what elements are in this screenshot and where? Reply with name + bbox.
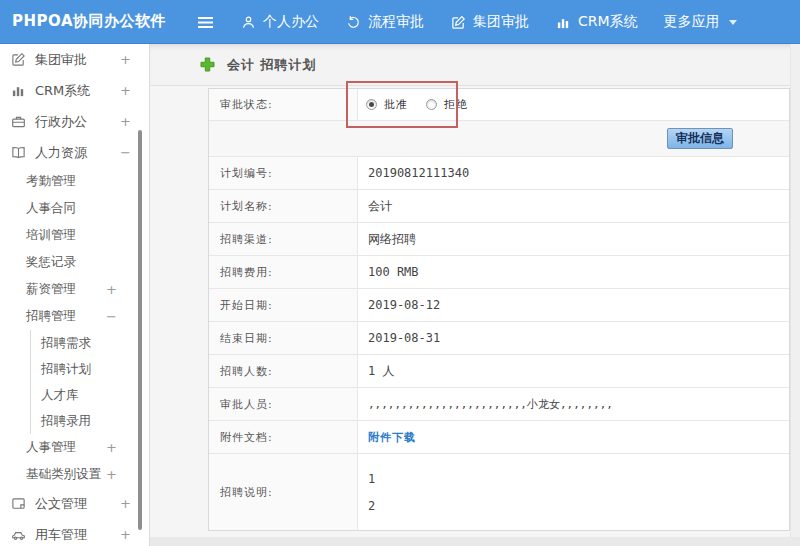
briefcase-icon: [10, 114, 26, 129]
nav-personal-office[interactable]: 个人办公: [240, 13, 319, 31]
sidebar-item-crm[interactable]: CRM系统 +: [0, 75, 149, 106]
chevron-down-icon: [729, 20, 737, 25]
nav-label: 流程审批: [368, 13, 424, 31]
field-label: 结束日期:: [209, 322, 358, 354]
form-row-approvers: 审批人员: ,,,,,,,,,,,,,,,,,,,,,,,,小龙女,,,,,,,…: [209, 388, 789, 421]
sidebar-item-label: 招聘录用: [41, 413, 91, 430]
field-value: 网络招聘: [358, 223, 789, 255]
field-value: 1 人: [358, 355, 789, 387]
sidebar-item-salary[interactable]: 薪资管理 +: [0, 276, 149, 303]
field-label: 审批状态:: [209, 89, 358, 120]
field-label: 开始日期:: [209, 289, 358, 321]
field-label: 招聘说明:: [209, 454, 358, 530]
top-navigation: 个人办公 流程审批 集团审批 CRM系统 更多应用: [197, 0, 737, 44]
top-header: PHPOA协同办公软件 个人办公 流程审批 集团审批 CR: [0, 0, 800, 44]
field-label: 招聘渠道:: [209, 223, 358, 255]
form-row-attachment: 附件文档: 附件下载: [209, 421, 789, 454]
main-content: 会计 招聘计划 审批状态: 批准 拒绝 审批信息 计划编号: 201908121…: [150, 44, 800, 546]
field-label: 招聘人数:: [209, 355, 358, 387]
recruit-plan-form: 审批状态: 批准 拒绝 审批信息 计划编号: 20190812111340 计划…: [208, 88, 790, 531]
sidebar-item-label: 集团审批: [35, 51, 87, 69]
nav-crm[interactable]: CRM系统: [555, 13, 638, 31]
sidebar-item-recruit-demand[interactable]: 招聘需求: [31, 330, 149, 356]
collapse-toggle: −: [120, 145, 131, 160]
form-row-status: 审批状态: 批准 拒绝: [209, 89, 789, 121]
title-bar: 会计 招聘计划: [150, 44, 800, 86]
sidebar-item-talent-pool[interactable]: 人才库: [31, 382, 149, 408]
app-logo: PHPOA协同办公软件: [12, 12, 166, 31]
radio-reject-label: 拒绝: [444, 97, 468, 112]
description-line-2: 2: [368, 499, 375, 513]
bar-chart-icon: [555, 15, 571, 30]
bar-chart-icon: [10, 83, 26, 98]
field-label: 审批人员:: [209, 388, 358, 420]
sidebar-item-recruit-mgmt[interactable]: 招聘管理 −: [0, 303, 149, 330]
sidebar-item-label: 公文管理: [35, 495, 87, 513]
collapse-toggle: −: [106, 309, 117, 324]
sidebar-item-label: 培训管理: [26, 227, 76, 244]
sidebar-scrollbar-thumb[interactable]: [138, 130, 142, 530]
field-label: 招聘费用:: [209, 256, 358, 288]
sidebar-item-recruit-plan[interactable]: 招聘计划: [31, 356, 149, 382]
description-line-1: 1: [368, 472, 375, 486]
field-value: 2019-08-12: [358, 289, 789, 321]
sidebar-item-label: 薪资管理: [26, 281, 76, 298]
field-value: 100 RMB: [358, 256, 789, 288]
sidebar-item-personnel[interactable]: 人事管理 +: [0, 434, 149, 461]
sidebar-item-base-category[interactable]: 基础类别设置 +: [0, 461, 149, 488]
edit-icon: [10, 52, 26, 67]
sidebar-item-label: 考勤管理: [26, 173, 76, 190]
sidebar-item-recruit-hire[interactable]: 招聘录用: [31, 408, 149, 434]
nav-label: CRM系统: [578, 13, 638, 31]
process-cycle-icon: [345, 15, 361, 30]
expand-toggle: +: [120, 114, 131, 129]
sidebar-item-admin-office[interactable]: 行政办公 +: [0, 106, 149, 137]
sidebar-item-attendance[interactable]: 考勤管理: [0, 168, 149, 195]
sidebar-item-document-mgmt[interactable]: 公文管理 +: [0, 488, 149, 519]
nav-label: 更多应用: [664, 13, 720, 31]
nav-more-apps[interactable]: 更多应用: [664, 13, 737, 31]
sidebar-item-label: 人事管理: [26, 439, 76, 456]
nav-group-approval[interactable]: 集团审批: [450, 13, 529, 31]
sidebar-item-label: CRM系统: [35, 82, 90, 100]
sidebar-item-hr-contract[interactable]: 人事合同: [0, 195, 149, 222]
field-value: 20190812111340: [358, 157, 789, 189]
field-label: 附件文档:: [209, 421, 358, 453]
sidebar-item-label: 人事合同: [26, 200, 76, 217]
expand-toggle: +: [120, 496, 131, 511]
nav-process-approval[interactable]: 流程审批: [345, 13, 424, 31]
hamburger-menu-icon[interactable]: [197, 15, 214, 30]
form-row-plan-number: 计划编号: 20190812111340: [209, 157, 789, 190]
sidebar-item-vehicle-mgmt[interactable]: 用车管理 +: [0, 519, 149, 546]
sidebar-item-hr[interactable]: 人力资源 −: [0, 137, 149, 168]
field-value: 会计: [358, 190, 789, 222]
footer-band: [150, 537, 800, 546]
page-title: 会计 招聘计划: [227, 56, 317, 74]
form-row-channel: 招聘渠道: 网络招聘: [209, 223, 789, 256]
sidebar-item-rewards[interactable]: 奖惩记录: [0, 249, 149, 276]
main-scrollbar-track: [790, 44, 800, 546]
status-radio-group: 批准 拒绝: [366, 97, 486, 112]
form-row-start-date: 开始日期: 2019-08-12: [209, 289, 789, 322]
attachment-download-link[interactable]: 附件下载: [368, 430, 416, 445]
form-row-approval-button: 审批信息: [209, 121, 789, 157]
sidebar-item-label: 招聘需求: [41, 335, 91, 352]
form-row-plan-name: 计划名称: 会计: [209, 190, 789, 223]
nav-label: 集团审批: [473, 13, 529, 31]
approval-info-button[interactable]: 审批信息: [667, 128, 733, 149]
document-icon: [10, 496, 26, 511]
sidebar-item-training[interactable]: 培训管理: [0, 222, 149, 249]
user-icon: [240, 15, 256, 30]
radio-reject[interactable]: [426, 99, 437, 110]
sidebar-item-label: 招聘计划: [41, 361, 91, 378]
field-label: 计划名称:: [209, 190, 358, 222]
field-value: ,,,,,,,,,,,,,,,,,,,,,,,,小龙女,,,,,,,,: [358, 388, 789, 420]
radio-approve[interactable]: [366, 99, 377, 110]
nav-label: 个人办公: [263, 13, 319, 31]
car-icon: [10, 527, 26, 542]
sidebar-item-label: 人才库: [41, 387, 79, 404]
sidebar-item-group-approval[interactable]: 集团审批 +: [0, 44, 149, 75]
edit-icon: [450, 15, 466, 30]
sidebar-item-label: 奖惩记录: [26, 254, 76, 271]
add-icon[interactable]: [200, 57, 215, 72]
